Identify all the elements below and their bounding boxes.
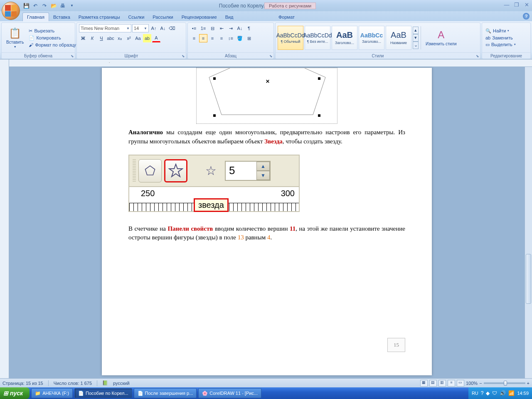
grow-font-button[interactable]: A↑	[150, 24, 158, 32]
underline-button[interactable]: Ч	[97, 34, 106, 42]
style-title[interactable]: AaBНазвание	[386, 26, 411, 50]
shading-button[interactable]: 🪣	[236, 34, 244, 42]
view-outline-button[interactable]: ≡	[448, 380, 455, 387]
change-styles-button[interactable]: A Изменить стили	[423, 28, 459, 47]
tab-insert[interactable]: Вставка	[49, 13, 74, 21]
subscript-button[interactable]: x₂	[116, 34, 124, 42]
tray-shield-icon[interactable]: 🛡	[492, 390, 497, 396]
status-page[interactable]: Страница: 15 из 15	[2, 381, 43, 386]
bold-button[interactable]: Ж	[79, 34, 87, 42]
status-language[interactable]: русский	[113, 381, 129, 386]
zoom-out-button[interactable]: −	[479, 381, 482, 386]
replace-button[interactable]: abЗаменить	[484, 35, 517, 41]
document-viewport[interactable]: ✕ Аналогично мы создадим еще один многоу…	[9, 67, 525, 379]
minimize-button[interactable]: —	[502, 2, 511, 8]
indent-dec-button[interactable]: ⇤	[217, 24, 226, 32]
horizontal-ruler[interactable]: ·	[9, 59, 532, 67]
font-size-combo[interactable]: 14▼	[132, 24, 149, 32]
superscript-button[interactable]: x²	[125, 34, 133, 42]
selected-polygon-object[interactable]: ✕	[196, 68, 337, 124]
bullets-button[interactable]: •≡	[190, 24, 198, 32]
tab-home[interactable]: Главная	[22, 12, 49, 21]
proofing-icon[interactable]: 📗	[102, 380, 108, 386]
tab-layout[interactable]: Разметка страницы	[74, 13, 124, 21]
zoom-knob[interactable]	[504, 381, 507, 386]
help-button[interactable]: ?	[523, 13, 530, 20]
scroll-thumb[interactable]	[526, 254, 531, 304]
style-nospacing[interactable]: AaBbCcDd¶ Без инте...	[305, 26, 330, 50]
font-name-combo[interactable]: Times New Roman▼	[79, 24, 131, 32]
format-painter-button[interactable]: 🖌Формат по образцу	[27, 42, 77, 48]
qat-dropdown-icon[interactable]: ▼	[68, 2, 76, 10]
shrink-font-button[interactable]: A↓	[159, 24, 167, 32]
tab-mailings[interactable]: Рассылки	[148, 13, 177, 21]
copy-button[interactable]: 📄Копировать	[27, 35, 77, 41]
align-center-button[interactable]: ≡	[199, 34, 207, 42]
tray-icon[interactable]: ?	[481, 390, 484, 396]
print-icon[interactable]: 🖶	[59, 2, 66, 10]
style-gallery-scroll[interactable]: ▴ ▾ ⌄	[413, 27, 419, 49]
task-item-explorer[interactable]: 📁АНЕЧКА (F:)	[31, 388, 73, 398]
indent-inc-button[interactable]: ⇥	[227, 24, 235, 32]
tab-references[interactable]: Ссылки	[124, 13, 149, 21]
align-justify-button[interactable]: ≡	[217, 34, 226, 42]
tab-format[interactable]: Формат	[274, 13, 299, 21]
undo-icon[interactable]: ↶	[32, 2, 39, 10]
multilevel-button[interactable]: ⊟	[208, 24, 217, 32]
font-launcher[interactable]: ⬊	[182, 53, 185, 59]
clipboard-launcher[interactable]: ⬊	[71, 53, 74, 59]
open-icon[interactable]: 📂	[50, 2, 57, 10]
italic-button[interactable]: К	[88, 34, 96, 42]
cut-button[interactable]: ✂Вырезать	[27, 28, 77, 34]
change-case-button[interactable]: Aa	[134, 34, 142, 42]
office-button[interactable]	[2, 2, 20, 20]
tray-network-icon[interactable]: 📶	[508, 390, 515, 396]
task-item-word[interactable]: 📄Пособие по Корел...	[74, 388, 132, 398]
rotate-handle[interactable]: ✕	[266, 79, 268, 81]
tab-review[interactable]: Рецензирование	[177, 13, 221, 21]
align-left-button[interactable]: ≡	[190, 34, 198, 42]
styles-launcher[interactable]: ⬊	[476, 53, 479, 59]
tray-volume-icon[interactable]: 🔊	[500, 390, 506, 396]
tray-icon[interactable]: ◆	[486, 390, 490, 396]
zoom-slider[interactable]	[484, 382, 525, 384]
style-normal[interactable]: AaBbCcDd¶ Обычный	[278, 26, 303, 50]
vertical-ruler[interactable]	[0, 59, 9, 379]
view-fullread-button[interactable]: ▤	[429, 380, 437, 387]
borders-button[interactable]: ⊞	[245, 34, 253, 42]
resize-handle[interactable]	[213, 114, 216, 117]
zoom-level[interactable]: 100%	[466, 381, 478, 386]
save-icon[interactable]: 💾	[22, 2, 30, 10]
view-web-button[interactable]: ▥	[438, 380, 446, 387]
close-button[interactable]: ✕	[522, 2, 531, 8]
resize-handle[interactable]	[318, 77, 320, 80]
show-marks-button[interactable]: ¶	[245, 24, 253, 32]
resize-handle[interactable]	[213, 77, 216, 80]
paragraph-launcher[interactable]: ⬊	[269, 53, 273, 59]
start-button[interactable]: ⊞ пуск	[0, 387, 30, 399]
resize-handle[interactable]	[318, 114, 320, 117]
tray-clock[interactable]: 14:59	[517, 391, 529, 396]
status-wordcount[interactable]: Число слов: 1 675	[54, 381, 92, 386]
sort-button[interactable]: A↓	[236, 24, 244, 32]
line-spacing-button[interactable]: ↕≡	[227, 34, 235, 42]
highlight-button[interactable]: ab	[143, 34, 151, 42]
numbering-button[interactable]: 1≡	[199, 24, 207, 32]
style-h2[interactable]: AaBbCcЗаголово...	[359, 26, 384, 50]
task-item-word2[interactable]: 📄После завершения р...	[134, 388, 197, 398]
paste-button[interactable]: 📋 Вставить ▼	[4, 27, 26, 49]
align-right-button[interactable]: ≡	[208, 34, 217, 42]
font-color-button[interactable]: A	[152, 34, 160, 42]
task-item-corel[interactable]: 🌸CorelDRAW 11 - [Рис...	[198, 388, 261, 398]
select-button[interactable]: ▭Выделить▾	[484, 42, 517, 48]
view-draft-button[interactable]: ▭	[457, 380, 464, 387]
tab-view[interactable]: Вид	[221, 13, 238, 21]
view-print-button[interactable]: ▦	[420, 380, 428, 387]
redo-icon[interactable]: ↷	[41, 2, 48, 10]
style-h1[interactable]: AaBЗаголово...	[332, 26, 357, 50]
clear-format-button[interactable]: ⌫	[168, 24, 176, 32]
strike-button[interactable]: abc	[106, 34, 115, 42]
find-button[interactable]: 🔍Найти▾	[484, 28, 517, 34]
tray-lang[interactable]: RU	[472, 391, 478, 396]
restore-button[interactable]: ❐	[512, 2, 521, 8]
